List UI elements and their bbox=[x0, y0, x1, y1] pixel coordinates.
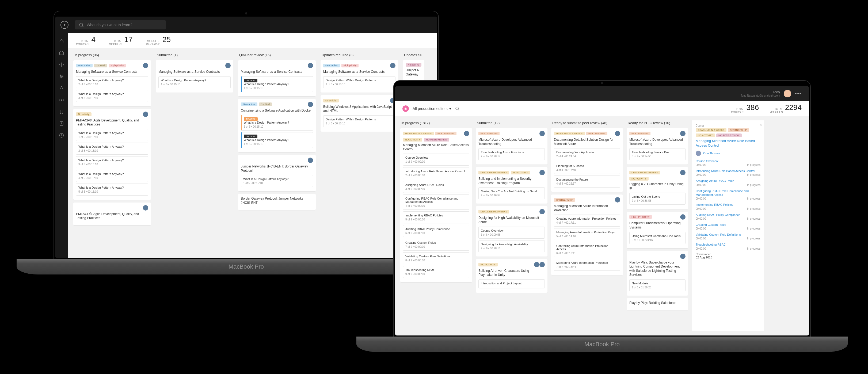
course-card[interactable]: No activity PMI-ACP®: Agile Development,… bbox=[73, 109, 151, 200]
course-card[interactable]: Juniper Networks JNCIS-ENT: Border Gatew… bbox=[238, 155, 316, 191]
course-card[interactable]: New author1st ModHigh priority Managing … bbox=[73, 60, 151, 106]
notch bbox=[217, 11, 276, 15]
module-item[interactable]: Creating Custom Roles7 of 9 • 00:00:00 bbox=[403, 239, 469, 251]
module-item[interactable]: Creating Azure Information Protection Po… bbox=[554, 215, 620, 227]
course-card[interactable]: New author1st Mod Containerizing a Softw… bbox=[238, 99, 316, 153]
module-item[interactable]: Laying Out the Scene2 of 5 • 00:36:53 bbox=[629, 193, 685, 205]
module-item[interactable]: Designing for Azure High Availability2 o… bbox=[478, 240, 545, 252]
detail-panel: × Course DEADLINE IN 2 WEEKSPARTNERSHIP … bbox=[692, 120, 764, 331]
course-card[interactable]: Managing Software-as-a-Service Contracts… bbox=[156, 60, 233, 93]
more-icon[interactable]: ••• bbox=[795, 91, 802, 97]
detail-module-item[interactable]: Configuring RBAC Role Compliance and Man… bbox=[696, 189, 761, 200]
module-item[interactable]: Planning for Success3 of 4 • 00:17:40 bbox=[554, 162, 620, 174]
module-item[interactable]: Introducing Azure Role Based Access Cont… bbox=[403, 167, 469, 179]
module-item[interactable]: Troubleshooting Azure Functions7 of 9 • … bbox=[478, 148, 545, 160]
course-card[interactable]: NO ACTIVITY Building AI-driven Character… bbox=[476, 259, 548, 293]
course-card[interactable]: DEADLINE IN 2 WEEKS Designing for High A… bbox=[476, 206, 548, 256]
module-item[interactable]: Managing Azure Information Protection Ke… bbox=[554, 228, 620, 240]
module-item[interactable]: Auditing RBAC Policy Compliance6 of 9 • … bbox=[403, 225, 469, 237]
module-item[interactable]: Making Sure You Are Not Building on Sand… bbox=[478, 187, 545, 199]
course-card[interactable]: Border Gateway Protocol, Juniper Network… bbox=[238, 194, 316, 210]
search-icon bbox=[79, 22, 84, 28]
module-item[interactable]: Using Microsoft Command-Line Tools5 of 1… bbox=[629, 232, 685, 244]
module-item[interactable]: What Is a Design Pattern Anyway?2 of 3 •… bbox=[76, 76, 148, 88]
module-item[interactable]: Design Pattern Within Design Patterns1 o… bbox=[323, 76, 396, 88]
editor-icon[interactable]: ◉ bbox=[402, 105, 409, 112]
stat-total-modules: TOTALMODULES2294 bbox=[770, 103, 802, 114]
module-item[interactable]: Troubleshooting Service Bus3 of 9 • 00:2… bbox=[629, 148, 685, 160]
module-item[interactable]: Introduction and Project Layout bbox=[478, 279, 545, 288]
course-card[interactable]: DEADLINE IN 2 WEEKSPARTNERSHIP NO ACTIVI… bbox=[400, 128, 472, 282]
broadcast-icon[interactable] bbox=[59, 97, 64, 103]
module-item[interactable]: 00:23:32What Is a Design Pattern Anyway?… bbox=[241, 132, 313, 148]
course-card[interactable]: Play by Play: Supercharge your Lightning… bbox=[627, 251, 688, 295]
paths-icon[interactable] bbox=[59, 62, 64, 67]
module-item[interactable]: Monitoring Azure Information Protection7… bbox=[554, 259, 620, 271]
module-item[interactable]: Design Pattern Within Design Patterns1 o… bbox=[323, 115, 396, 127]
editor-dropdown[interactable]: All production editors ▾ bbox=[412, 106, 451, 111]
course-card[interactable]: DEADLINE IN 2 WEEKSNO ACTIVITY Building … bbox=[476, 167, 548, 204]
course-card[interactable]: PARTNERSHIP Microsoft Azure Developer: A… bbox=[627, 128, 688, 164]
clock-icon[interactable] bbox=[59, 133, 64, 138]
module-item[interactable]: What Is a Design Pattern Anyway?3 of 5 •… bbox=[76, 156, 148, 168]
module-item[interactable]: Documenting the Future4 of 4 • 00:22:17 bbox=[554, 176, 620, 188]
header: Tony Tony-Naccarato@pluralsight.com ••• bbox=[395, 86, 809, 101]
module-item[interactable]: What Is a Design Pattern Anyway?1 of 5 •… bbox=[241, 175, 313, 187]
module-item[interactable]: Configuring RBAC Role Compliance and Man… bbox=[403, 194, 469, 210]
detail-module-item[interactable]: Validating Custom Role Definitions00:00:… bbox=[696, 233, 761, 240]
detail-module-item[interactable]: Auditing RBAC Policy Compliance00:00:00I… bbox=[696, 213, 761, 220]
module-item[interactable]: 00:23:32What Is a Design Pattern Anyway?… bbox=[241, 76, 313, 92]
user-avatar[interactable] bbox=[784, 90, 791, 97]
module-item[interactable]: What Is a Design Pattern Anyway?1 of 5 •… bbox=[76, 129, 148, 141]
course-card[interactable]: No activity Building Windows 8 Applicati… bbox=[320, 95, 398, 132]
course-card[interactable]: PARTNERSHIP Microsoft Azure Developer: A… bbox=[476, 128, 548, 164]
detail-title[interactable]: Managing Microsoft Azure Role Based Acce… bbox=[696, 139, 761, 148]
course-card[interactable]: PMI-ACP®: Agile Development, Quality, an… bbox=[73, 202, 151, 225]
detail-module-item[interactable]: Troubleshooting RBAC00:00:00In progress bbox=[696, 243, 761, 250]
course-card[interactable]: PARTNERSHIP Managing Microsoft Azure Inf… bbox=[551, 194, 623, 275]
user-info[interactable]: Tony Tony-Naccarato@pluralsight.com bbox=[741, 90, 780, 97]
sliders-icon[interactable] bbox=[59, 74, 64, 79]
stat-total-courses: TOTALCOURSES4 bbox=[76, 35, 95, 46]
detail-author[interactable]: Orin Thomas bbox=[696, 151, 761, 156]
module-item[interactable]: Assigning Azure RBAC Roles3 of 9 • 00:00… bbox=[403, 181, 469, 193]
module-item[interactable]: New Module1 of 1 • 01:36:28 bbox=[629, 279, 685, 291]
module-item[interactable]: Course Overview1 of 9 • 00:00:00 bbox=[403, 154, 469, 165]
course-card[interactable]: New authorHigh priority Managing Softwar… bbox=[320, 60, 398, 93]
module-item[interactable]: Documenting Your Application2 of 4 • 00:… bbox=[554, 148, 620, 160]
search-icon[interactable] bbox=[455, 106, 460, 111]
module-item[interactable]: Implementing RBAC Policies5 of 9 • 00:00… bbox=[403, 211, 469, 223]
note-icon[interactable] bbox=[59, 121, 64, 126]
briefcase-icon[interactable] bbox=[59, 50, 64, 56]
flame-icon[interactable] bbox=[59, 86, 64, 91]
app-logo-icon[interactable] bbox=[60, 21, 68, 29]
course-card[interactable]: No peer re Juniper N Gateway bbox=[403, 60, 424, 81]
module-item[interactable]: What Is a Design Pattern Anyway?4 of 5 •… bbox=[76, 170, 148, 182]
module-item[interactable]: T2:43:27What Is a Design Pattern Anyway?… bbox=[241, 115, 313, 130]
course-card[interactable]: DEADLINE IN 2 WEEKSPARTNERSHIP Documenti… bbox=[551, 128, 623, 192]
module-item[interactable]: What Is a Design Pattern Anyway?5 of 5 •… bbox=[76, 184, 148, 195]
detail-module-item[interactable]: Introducing Azure Role Based Access Cont… bbox=[696, 169, 761, 176]
module-item[interactable]: What Is a Design Pattern Anyway?2 of 3 •… bbox=[76, 143, 148, 155]
detail-module-item[interactable]: Course Overview00:00:00In progress bbox=[696, 159, 761, 166]
avatar bbox=[539, 170, 545, 175]
course-card[interactable]: DEADLINE IN 2 WEEKS NO ACTIVITY Rigging … bbox=[627, 167, 688, 209]
module-item[interactable]: Validating Custom Role Definitions8 of 9… bbox=[403, 252, 469, 264]
bookmark-icon[interactable] bbox=[59, 109, 64, 115]
search-input[interactable]: What do you want to learn? bbox=[75, 20, 166, 29]
detail-module-item[interactable]: Implementing RBAC Policies00:00:00In pro… bbox=[696, 203, 761, 210]
detail-module-item[interactable]: Assigning Azure RBAC Roles00:00:00In pro… bbox=[696, 179, 761, 186]
course-card[interactable]: Managing Software-as-a-Service Contracts… bbox=[238, 60, 316, 96]
module-item[interactable]: Troubleshooting RBAC9 of 9 • 00:00:00 bbox=[403, 266, 469, 278]
avatar bbox=[534, 262, 539, 267]
close-icon[interactable]: × bbox=[760, 123, 762, 127]
module-item[interactable]: What Is a Design Pattern Anyway?1 of 5 •… bbox=[158, 76, 230, 88]
module-item[interactable]: What Is a Design Pattern Anyway?3 of 3 •… bbox=[76, 90, 148, 102]
course-card[interactable]: Play by Play: Building Salesforce bbox=[627, 298, 688, 310]
home-icon[interactable] bbox=[59, 38, 64, 44]
course-card[interactable]: HIGH PRIORITY Computer Fundamentals: Ope… bbox=[627, 212, 688, 248]
module-item[interactable]: Course Overview1 of 6 • 00:00:55 bbox=[478, 227, 545, 239]
detail-module-item[interactable]: Creating Custom Roles00:00:00In progress bbox=[696, 223, 761, 230]
avatar bbox=[680, 254, 685, 259]
module-item[interactable]: Controlling Azure Information Protection… bbox=[554, 242, 620, 257]
